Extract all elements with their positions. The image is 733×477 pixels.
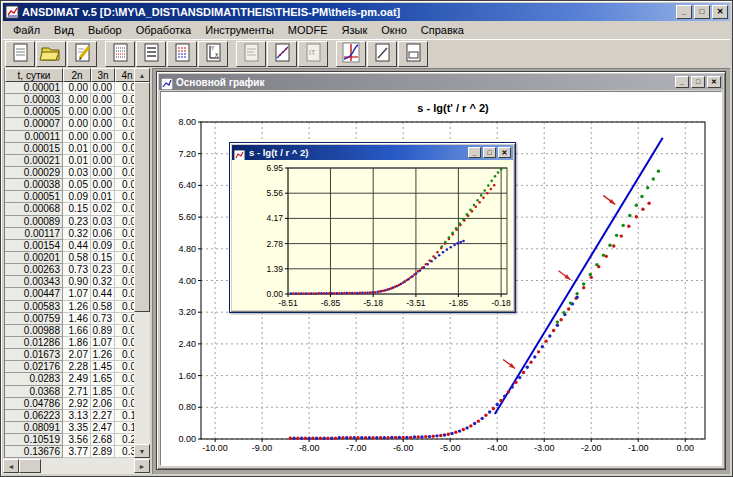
table-cell: 0.10519	[5, 434, 63, 446]
text-page-button[interactable]: IT	[298, 41, 328, 67]
vertical-scrollbar-thumb[interactable]	[134, 82, 150, 312]
report-button[interactable]	[236, 41, 266, 67]
menu-item-4[interactable]: Инструменты	[198, 22, 281, 38]
table-cell: 0.00	[91, 118, 115, 130]
table-row[interactable]: 0.021762.281.450.0	[5, 361, 134, 373]
table-row[interactable]: 0.062233.132.270.1	[5, 410, 134, 422]
horizontal-scrollbar[interactable]: ◄ ►	[3, 458, 150, 474]
inner-graph-close-button[interactable]: ✕	[498, 147, 511, 158]
menu-item-1[interactable]: Вид	[47, 22, 81, 38]
table-row[interactable]: 0.009881.660.890.0	[5, 325, 134, 337]
table-row[interactable]: 0.005831.260.580.0	[5, 301, 134, 313]
scroll-up-icon[interactable]: ▲	[134, 68, 150, 82]
inner-graph-maximize-button[interactable]: □	[483, 147, 496, 158]
inner-graph-minimize-button[interactable]: _	[468, 147, 481, 158]
horizontal-scrollbar-thumb[interactable]	[19, 459, 41, 473]
table-row[interactable]: 0.003430.900.320.0	[5, 276, 134, 288]
column-header-0[interactable]: t, сутки	[5, 68, 63, 82]
axes-chart-icon: YX	[200, 41, 226, 67]
new-file-button[interactable]	[5, 41, 35, 67]
table-row[interactable]: 0.02832.491.650.0	[5, 373, 134, 385]
table-row[interactable]: 0.000010.000.000.0	[5, 82, 134, 94]
menu-item-7[interactable]: Окно	[374, 22, 414, 38]
svg-text:-10.00: -10.00	[202, 443, 228, 453]
table-row[interactable]: 0.000110.000.000.0	[5, 131, 134, 143]
table-row[interactable]: 0.000510.090.010.0	[5, 191, 134, 203]
table-cell: 0.44	[63, 240, 91, 252]
svg-text:-0.18: -0.18	[491, 298, 511, 308]
table-row[interactable]: 0.105193.562.680.2	[5, 434, 134, 446]
main-graph-title: Основной график	[176, 77, 675, 88]
table-row[interactable]: 0.002630.730.230.0	[5, 264, 134, 276]
minimize-button[interactable]: _	[676, 5, 692, 19]
column-header-2[interactable]: 3n	[91, 68, 115, 82]
table-cell: 0.0	[115, 216, 134, 228]
type-curves-button[interactable]	[336, 41, 366, 67]
table-row[interactable]: 0.000680.150.020.0	[5, 203, 134, 215]
scroll-down-icon[interactable]: ▼	[134, 444, 150, 458]
table-cell: 0.90	[63, 276, 91, 288]
maximize-button[interactable]: □	[694, 5, 710, 19]
table-row[interactable]: 0.000380.050.000.0	[5, 179, 134, 191]
main-graph-titlebar[interactable]: Основной график _ □ ✕	[159, 74, 723, 90]
menu-item-0[interactable]: Файл	[6, 22, 47, 38]
column-header-3[interactable]: 4n	[115, 68, 134, 82]
axes-chart-button[interactable]: YX	[198, 41, 228, 67]
table-row[interactable]: 0.080913.352.470.1	[5, 422, 134, 434]
table-row[interactable]: 0.000890.230.030.0	[5, 216, 134, 228]
list-button[interactable]	[136, 41, 166, 67]
table-row[interactable]: 0.000070.000.000.0	[5, 118, 134, 130]
svg-text:5.60: 5.60	[178, 212, 196, 222]
table-cell: 0.00	[91, 94, 115, 106]
svg-text:0.80: 0.80	[178, 402, 196, 412]
window-title: ANSDIMAT v.5 [D:\MY\A_DIST\ANSDIMAT\THEI…	[22, 6, 676, 18]
menu-item-3[interactable]: Обработка	[129, 22, 198, 38]
open-file-button[interactable]	[36, 41, 66, 67]
table-cell: 0.00343	[5, 276, 63, 288]
svg-text:-7.00: -7.00	[346, 443, 367, 453]
table-row[interactable]: 0.000030.000.000.0	[5, 94, 134, 106]
table-row[interactable]: 0.000050.000.000.0	[5, 106, 134, 118]
table-cell: 0.89	[91, 325, 115, 337]
menu-item-5[interactable]: MODFE	[281, 22, 335, 38]
menu-item-8[interactable]: Справка	[414, 22, 471, 38]
inner-graph-titlebar[interactable]: s - lg(t / r ^ 2) _ □ ✕	[232, 145, 513, 160]
straight-line-button[interactable]	[367, 41, 397, 67]
close-button[interactable]: ✕	[712, 5, 728, 19]
numeric-grid-button[interactable]	[105, 41, 135, 67]
main-graph-maximize-button[interactable]: □	[691, 76, 705, 88]
main-graph-close-button[interactable]: ✕	[707, 76, 721, 88]
menu-item-6[interactable]: Язык	[335, 22, 375, 38]
table-cell: 0.0368	[5, 386, 63, 398]
table-row[interactable]: 0.002010.580.150.0	[5, 252, 134, 264]
table-cell: 0.00	[91, 106, 115, 118]
trend-line-button[interactable]	[267, 41, 297, 67]
frame-button[interactable]	[398, 41, 428, 67]
table-row[interactable]: 0.001540.440.090.0	[5, 240, 134, 252]
table-row[interactable]: 0.000150.010.000.0	[5, 143, 134, 155]
table-row[interactable]: 0.001170.320.060.0	[5, 228, 134, 240]
type-curves-icon	[338, 41, 364, 67]
edit-button[interactable]	[67, 41, 97, 67]
table-cell: 2.47	[91, 422, 115, 434]
table-row[interactable]: 0.016732.071.260.0	[5, 349, 134, 361]
table-row[interactable]: 0.004471.070.440.0	[5, 288, 134, 300]
main-graph-minimize-button[interactable]: _	[675, 76, 689, 88]
table-row[interactable]: 0.012861.861.070.0	[5, 337, 134, 349]
colored-table-button[interactable]	[167, 41, 197, 67]
inner-graph-window-icon	[234, 147, 246, 159]
inner-chart[interactable]: -8.51-6.85-5.18-3.51-1.85-0.180.001.392.…	[232, 160, 513, 310]
column-header-1[interactable]: 2n	[63, 68, 91, 82]
table-cell: 2.28	[63, 361, 91, 373]
table-row[interactable]: 0.047862.922.060.0	[5, 398, 134, 410]
menu-item-2[interactable]: Выбор	[81, 22, 129, 38]
scroll-right-icon[interactable]: ►	[134, 459, 150, 473]
table-row[interactable]: 0.007591.460.730.0	[5, 313, 134, 325]
vertical-scrollbar[interactable]: ▲ ▼	[134, 68, 150, 458]
titlebar[interactable]: ANSDIMAT v.5 [D:\MY\A_DIST\ANSDIMAT\THEI…	[3, 3, 730, 21]
table-row[interactable]: 0.136763.772.890.3	[5, 446, 134, 458]
table-row[interactable]: 0.000210.010.000.0	[5, 155, 134, 167]
table-row[interactable]: 0.000290.030.000.0	[5, 167, 134, 179]
table-row[interactable]: 0.03682.711.850.0	[5, 386, 134, 398]
scroll-left-icon[interactable]: ◄	[3, 459, 19, 473]
